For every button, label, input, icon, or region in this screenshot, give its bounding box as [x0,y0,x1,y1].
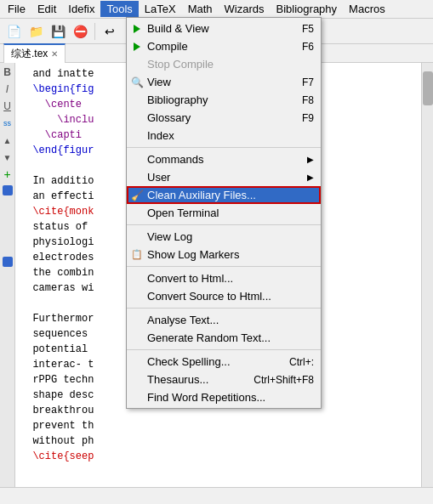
convert-html-icon [130,272,144,286]
dropdown-overlay: Build & View F5 Compile F6 Stop Compile … [0,0,433,504]
analyse-icon [130,314,144,327]
commands-icon [130,153,144,167]
menu-index[interactable]: Index [127,127,321,144]
menu-convert-html[interactable]: Convert to Html... [127,269,321,287]
user-icon [130,171,144,184]
separator-2 [127,224,321,225]
menu-thesaurus[interactable]: Thesaurus... Ctrl+Shift+F8 [127,371,321,388]
tools-menu: Build & View F5 Compile F6 Stop Compile … [126,17,322,409]
menu-show-log-markers[interactable]: 📋 Show Log Markers [127,246,321,263]
log-markers-icon: 📋 [130,248,144,262]
menu-view[interactable]: 🔍 View F7 [127,73,321,91]
compile-triangle-icon [130,40,144,54]
index-icon [130,129,144,143]
separator-5 [127,349,321,350]
separator-1 [127,147,321,148]
menu-check-spelling[interactable]: Check Spelling... Ctrl+: [127,353,321,371]
random-icon [130,331,144,345]
menu-find-word-reps[interactable]: Find Word Repetitions... [127,388,321,406]
thesaurus-icon [130,373,144,387]
menu-clean-auxiliary[interactable]: 🧹 Clean Auxiliary Files... [127,186,321,204]
menu-analyse-text[interactable]: Analyse Text... [127,311,321,329]
menu-compile[interactable]: Compile F6 [127,37,321,55]
menu-glossary[interactable]: Glossary F9 [127,109,321,127]
glossary-icon [130,111,144,125]
separator-3 [127,266,321,267]
user-arrow: ▶ [307,173,314,182]
find-word-icon [130,391,144,405]
menu-build-view[interactable]: Build & View F5 [127,20,321,37]
menu-convert-source-html[interactable]: Convert Source to Html... [127,287,321,305]
bibliography-icon [130,93,144,107]
build-triangle-icon [130,22,144,36]
stop-icon [130,58,144,71]
convert-source-icon [130,290,144,303]
menu-view-log[interactable]: View Log [127,228,321,246]
terminal-icon [130,207,144,220]
menu-bibliography[interactable]: Bibliography F8 [127,91,321,109]
menu-commands[interactable]: Commands ▶ [127,150,321,168]
spelling-icon [130,355,144,369]
commands-arrow: ▶ [307,155,314,164]
broom-icon: 🧹 [130,189,144,202]
view-log-icon [130,230,144,244]
menu-generate-random[interactable]: Generate Random Text... [127,329,321,347]
menu-stop-compile: Stop Compile [127,55,321,73]
menu-user[interactable]: User ▶ [127,168,321,186]
view-search-icon: 🔍 [130,76,144,89]
separator-4 [127,308,321,309]
menu-open-terminal[interactable]: Open Terminal [127,204,321,222]
